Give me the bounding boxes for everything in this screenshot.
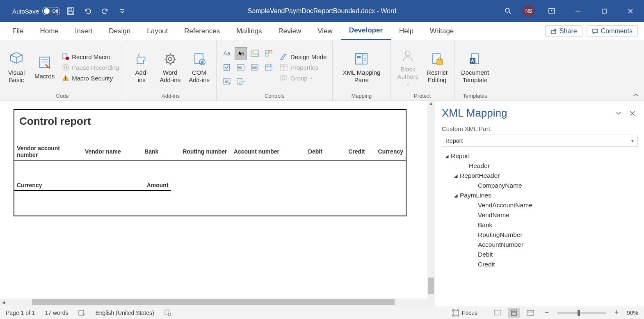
pane-close-button[interactable] <box>628 108 637 118</box>
tab-design[interactable]: Design <box>100 22 139 40</box>
zoom-level[interactable]: 90% <box>627 310 638 316</box>
tree-node-bank[interactable]: Bank <box>442 220 641 230</box>
share-button[interactable]: Share <box>545 25 582 37</box>
visual-basic-icon <box>8 51 25 67</box>
user-avatar[interactable]: NS <box>523 5 535 17</box>
addins-button[interactable]: Add- ins <box>129 49 154 85</box>
com-addins-label: COM Add-ins <box>189 69 210 84</box>
custom-xml-part-label: Custom XML Part: <box>435 124 644 135</box>
svg-rect-74 <box>437 60 443 64</box>
tab-developer[interactable]: Developer <box>341 22 391 40</box>
zoom-out-button[interactable]: − <box>541 308 553 318</box>
rich-text-control-button[interactable]: Aa <box>221 47 233 60</box>
xml-mapping-pane: XML Mapping Custom XML Part: Report ▾ ◢R… <box>435 101 644 306</box>
language-button[interactable]: English (United States) <box>95 310 154 316</box>
collapse-ribbon-button[interactable] <box>628 40 644 101</box>
tab-file[interactable]: File <box>4 22 32 40</box>
tree-node-routingnumber[interactable]: RoutingNumber <box>442 230 641 240</box>
tab-references[interactable]: References <box>176 22 228 40</box>
group-templates: W Document Template Templates <box>454 40 496 101</box>
save-button[interactable] <box>64 4 78 18</box>
macros-button[interactable]: Macros <box>32 53 57 82</box>
building-block-control-button[interactable] <box>263 47 275 60</box>
web-layout-button[interactable] <box>524 308 537 318</box>
xml-mapping-pane-button[interactable]: XML Mapping Pane <box>337 49 386 85</box>
record-macro-button[interactable]: Record Macro <box>60 51 121 62</box>
focus-mode-button[interactable]: Focus <box>452 309 477 317</box>
word-addins-button[interactable]: Word Add-ins <box>157 49 183 85</box>
document-template-button[interactable]: W Document Template <box>459 49 491 85</box>
custom-xml-part-select[interactable]: Report ▾ <box>442 135 637 147</box>
tab-insert[interactable]: Insert <box>67 22 101 40</box>
checkbox-control-button[interactable] <box>221 61 233 73</box>
proofing-button[interactable] <box>78 309 85 317</box>
zoom-in-button[interactable]: + <box>610 308 623 318</box>
tree-node-debit[interactable]: Debit <box>442 250 641 259</box>
tree-node-accountnumber[interactable]: AccountNumber <box>442 240 641 250</box>
tree-node-vendname[interactable]: VendName <box>442 210 641 220</box>
qat-customize-button[interactable] <box>115 4 129 18</box>
tree-node-report[interactable]: ◢Report <box>442 151 641 161</box>
tab-review[interactable]: Review <box>270 22 310 40</box>
document-title: SampleVendPaymDocReportBounded.docx - Wo… <box>248 7 397 15</box>
svg-rect-87 <box>527 310 534 315</box>
minimize-button[interactable] <box>569 4 587 18</box>
pane-options-button[interactable] <box>614 108 623 118</box>
tree-node-vendaccountname[interactable]: VendAccountName <box>442 200 641 210</box>
visual-basic-button[interactable]: Visual Basic <box>4 49 29 85</box>
tree-node-paymlines[interactable]: ◢PaymLines <box>442 190 641 200</box>
scroll-thumb-h[interactable] <box>32 299 395 305</box>
comments-button[interactable]: Comments <box>587 25 638 37</box>
svg-rect-81 <box>165 310 169 315</box>
cursor-icon <box>238 50 244 56</box>
ribbon-display-options-button[interactable] <box>542 4 561 18</box>
focus-label: Focus <box>462 310 477 316</box>
design-mode-button[interactable]: Design Mode <box>278 51 328 62</box>
datepicker-control-button[interactable] <box>263 61 275 73</box>
col-currency: Currency <box>368 144 406 160</box>
tab-layout[interactable]: Layout <box>139 22 176 40</box>
maximize-button[interactable] <box>595 4 614 18</box>
dropdown-control-button[interactable] <box>249 61 261 73</box>
macro-security-button[interactable]: Macro Security <box>60 73 121 83</box>
picture-control-button[interactable] <box>249 47 261 60</box>
tree-node-companyname[interactable]: CompanyName <box>442 181 641 190</box>
tree-node-header[interactable]: Header <box>442 161 641 171</box>
horizontal-scrollbar[interactable]: ◀ ▶ <box>0 298 427 306</box>
autosave-toggle[interactable]: Off <box>42 7 60 15</box>
autosave-control[interactable]: AutoSave Off <box>12 7 60 15</box>
redo-button[interactable] <box>98 4 112 18</box>
tab-mailings[interactable]: Mailings <box>228 22 270 40</box>
close-button[interactable] <box>621 4 640 18</box>
scroll-thumb-v[interactable] <box>428 278 434 294</box>
undo-button[interactable] <box>81 4 95 18</box>
com-addins-button[interactable]: COM Add-ins <box>186 49 212 85</box>
word-count[interactable]: 17 words <box>45 310 69 316</box>
vertical-scrollbar[interactable]: ▲ <box>427 101 435 306</box>
page-indicator[interactable]: Page 1 of 1 <box>6 310 35 316</box>
tab-writage[interactable]: Writage <box>422 22 462 40</box>
repeating-section-control-button[interactable] <box>221 75 233 87</box>
report-table-summary: Currency Amount <box>14 181 171 191</box>
zoom-slider-knob[interactable] <box>578 310 580 316</box>
design-mode-icon <box>280 53 288 60</box>
tab-help[interactable]: Help <box>391 22 422 40</box>
tree-node-credit[interactable]: Credit <box>442 259 641 269</box>
read-mode-button[interactable] <box>491 308 504 318</box>
restrict-editing-button[interactable]: Restrict Editing <box>424 49 450 85</box>
plain-text-control-button[interactable]: Aa <box>235 47 247 60</box>
scroll-left-icon[interactable]: ◀ <box>0 300 7 305</box>
legacy-tools-button[interactable] <box>235 75 247 87</box>
combobox-control-button[interactable] <box>235 61 247 73</box>
search-button[interactable] <box>501 4 515 18</box>
tab-view[interactable]: View <box>309 22 341 40</box>
tree-node-reportheader[interactable]: ◢ReportHeader <box>442 171 641 181</box>
col-vendor-name: Vendor name <box>82 144 142 160</box>
macros-status-button[interactable] <box>164 309 171 317</box>
svg-line-13 <box>16 55 22 57</box>
scroll-up-icon[interactable]: ▲ <box>427 101 435 108</box>
print-layout-button[interactable] <box>508 308 520 318</box>
zoom-slider[interactable] <box>557 312 606 314</box>
tab-home[interactable]: Home <box>32 22 66 40</box>
document-canvas[interactable]: Control report Vendor account number Ven… <box>0 101 427 306</box>
